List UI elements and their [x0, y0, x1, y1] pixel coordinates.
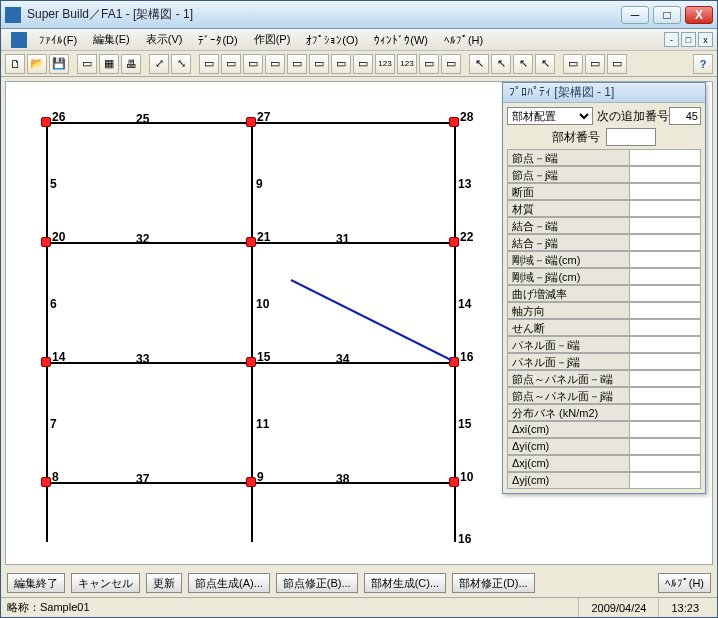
- titlebar[interactable]: Super Build／FA1 - [架構図 - 1] ─ □ X: [1, 1, 717, 29]
- button-bar: 編集終了 キャンセル 更新 節点生成(A)... 節点修正(B)... 部材生成…: [1, 569, 717, 597]
- prop-value-input[interactable]: [629, 472, 701, 489]
- help-button[interactable]: ﾍﾙﾌﾟ(H): [658, 573, 711, 593]
- prop-value-input[interactable]: [629, 166, 701, 183]
- select3-icon[interactable]: ↖: [513, 54, 533, 74]
- mdi-restore-button[interactable]: □: [681, 32, 696, 47]
- member-number-input[interactable]: [606, 128, 656, 146]
- prop-label: 節点～パネル面－i端: [507, 370, 629, 387]
- mode-select[interactable]: 部材配置: [507, 107, 593, 125]
- view5-icon[interactable]: ▭: [287, 54, 307, 74]
- num2-icon[interactable]: 123: [397, 54, 417, 74]
- prop-row-f18: Δxj(cm): [507, 455, 701, 472]
- zoom-out-icon[interactable]: ⤡: [171, 54, 191, 74]
- prop-value-input[interactable]: [629, 319, 701, 336]
- generate-members-button[interactable]: 部材生成(C)...: [364, 573, 446, 593]
- view1-icon[interactable]: ▭: [199, 54, 219, 74]
- prop-value-input[interactable]: [629, 421, 701, 438]
- prop-value-input[interactable]: [629, 183, 701, 200]
- prop-value-input[interactable]: [629, 370, 701, 387]
- prop-value-input[interactable]: [629, 438, 701, 455]
- prop-value-input[interactable]: [629, 285, 701, 302]
- tool1-icon[interactable]: ▭: [419, 54, 439, 74]
- prop-label: Δxj(cm): [507, 455, 629, 472]
- prop-label: パネル面－i端: [507, 336, 629, 353]
- prop-value-input[interactable]: [629, 251, 701, 268]
- select2-icon[interactable]: ↖: [491, 54, 511, 74]
- canvas[interactable]: 26 27 28 20 21 22 14 15 16 8 9 10 25 5 9…: [6, 82, 498, 547]
- prop-row-f12: パネル面－j端: [507, 353, 701, 370]
- view6-icon[interactable]: ▭: [309, 54, 329, 74]
- maximize-button[interactable]: □: [653, 6, 681, 24]
- workarea[interactable]: 26 27 28 20 21 22 14 15 16 8 9 10 25 5 9…: [5, 81, 713, 565]
- prop-value-input[interactable]: [629, 217, 701, 234]
- prop-row-f5: 結合－j端: [507, 234, 701, 251]
- prop-value-input[interactable]: [629, 302, 701, 319]
- prop-label: パネル面－j端: [507, 353, 629, 370]
- menu-file[interactable]: ﾌｧｲﾙ(F): [31, 30, 85, 50]
- prop-row-f4: 結合－i端: [507, 217, 701, 234]
- num-icon[interactable]: 123: [375, 54, 395, 74]
- minimize-button[interactable]: ─: [621, 6, 649, 24]
- menu-option[interactable]: ｵﾌﾟｼｮﾝ(O): [298, 30, 366, 50]
- save-icon[interactable]: 💾: [49, 54, 69, 74]
- props-icon[interactable]: ▭: [607, 54, 627, 74]
- select4-icon[interactable]: ↖: [535, 54, 555, 74]
- view8-icon[interactable]: ▭: [353, 54, 373, 74]
- tile-icon[interactable]: ▦: [99, 54, 119, 74]
- cancel-button[interactable]: キャンセル: [71, 573, 140, 593]
- menu-window[interactable]: ｳｨﾝﾄﾞｳ(W): [366, 30, 436, 50]
- member-number-label: 部材番号: [552, 129, 600, 146]
- prop-value-input[interactable]: [629, 200, 701, 217]
- end-edit-button[interactable]: 編集終了: [7, 573, 65, 593]
- prop-value-input[interactable]: [629, 336, 701, 353]
- prop-row-f14: 節点～パネル面－j端: [507, 387, 701, 404]
- menu-data[interactable]: ﾃﾞｰﾀ(D): [190, 30, 245, 50]
- status-name: 略称：Sample01: [7, 600, 90, 615]
- fix-members-button[interactable]: 部材修正(D)...: [452, 573, 534, 593]
- prop-value-input[interactable]: [629, 149, 701, 166]
- mdi-close-button[interactable]: x: [698, 32, 713, 47]
- mdi-minimize-button[interactable]: -: [664, 32, 679, 47]
- new-icon[interactable]: 🗋: [5, 54, 25, 74]
- mdi-icon: [11, 32, 27, 48]
- menu-draw[interactable]: 作図(P): [246, 30, 299, 50]
- zoom-in-icon[interactable]: ⤢: [149, 54, 169, 74]
- fix-nodes-button[interactable]: 節点修正(B)...: [276, 573, 358, 593]
- properties-panel: ﾌﾟﾛﾊﾟﾃｨ [架構図 - 1] 部材配置 次の追加番号 部材番号 節点－i端…: [502, 82, 706, 494]
- tool2-icon[interactable]: ▭: [441, 54, 461, 74]
- prop-value-input[interactable]: [629, 268, 701, 285]
- svg-line-0: [291, 280, 451, 360]
- prop-label: 断面: [507, 183, 629, 200]
- close-button[interactable]: X: [685, 6, 713, 24]
- prop-label: 軸方向: [507, 302, 629, 319]
- help-icon[interactable]: ?: [693, 54, 713, 74]
- properties-header[interactable]: ﾌﾟﾛﾊﾟﾃｨ [架構図 - 1]: [503, 83, 705, 103]
- generate-nodes-button[interactable]: 節点生成(A)...: [188, 573, 270, 593]
- print-icon[interactable]: 🖶: [121, 54, 141, 74]
- update-button[interactable]: 更新: [146, 573, 182, 593]
- menu-view[interactable]: 表示(V): [138, 30, 191, 50]
- prop-value-input[interactable]: [629, 234, 701, 251]
- prop-value-input[interactable]: [629, 353, 701, 370]
- paste-icon[interactable]: ▭: [585, 54, 605, 74]
- view3-icon[interactable]: ▭: [243, 54, 263, 74]
- status-time: 13:23: [658, 598, 711, 617]
- view7-icon[interactable]: ▭: [331, 54, 351, 74]
- copy-icon[interactable]: ▭: [563, 54, 583, 74]
- prop-row-f9: 軸方向: [507, 302, 701, 319]
- menu-help[interactable]: ﾍﾙﾌﾟ(H): [436, 30, 491, 50]
- view2-icon[interactable]: ▭: [221, 54, 241, 74]
- prop-row-f13: 節点～パネル面－i端: [507, 370, 701, 387]
- window-icon[interactable]: ▭: [77, 54, 97, 74]
- statusbar: 略称：Sample01 2009/04/24 13:23: [1, 597, 717, 617]
- prop-value-input[interactable]: [629, 455, 701, 472]
- prop-value-input[interactable]: [629, 404, 701, 421]
- prop-value-input[interactable]: [629, 387, 701, 404]
- prop-label: 節点－i端: [507, 149, 629, 166]
- next-number-input[interactable]: [669, 107, 701, 125]
- prop-label: 分布バネ (kN/m2): [507, 404, 629, 421]
- open-icon[interactable]: 📂: [27, 54, 47, 74]
- menu-edit[interactable]: 編集(E): [85, 30, 138, 50]
- select-icon[interactable]: ↖: [469, 54, 489, 74]
- view4-icon[interactable]: ▭: [265, 54, 285, 74]
